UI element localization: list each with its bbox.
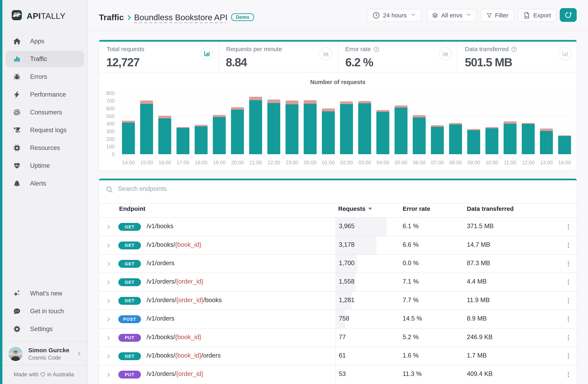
svg-text:500: 500: [106, 113, 115, 119]
svg-text:19:00: 19:00: [213, 160, 226, 165]
svg-text:17:00: 17:00: [177, 160, 189, 165]
svg-text:200: 200: [106, 136, 115, 142]
svg-text:00:00: 00:00: [304, 160, 317, 165]
svg-text:15:00: 15:00: [140, 160, 153, 165]
svg-text:Number of requests: Number of requests: [310, 79, 365, 85]
svg-text:0: 0: [112, 151, 115, 157]
svg-text:05:00: 05:00: [395, 160, 407, 165]
svg-text:600: 600: [106, 106, 115, 111]
svg-text:?: ?: [513, 48, 515, 51]
svg-text:09:00: 09:00: [467, 160, 480, 165]
svg-text:22:00: 22:00: [268, 160, 280, 165]
svg-text:20:00: 20:00: [231, 160, 244, 165]
svg-text:07:00: 07:00: [431, 160, 444, 165]
svg-text:23:00: 23:00: [286, 160, 298, 165]
svg-text:700: 700: [106, 98, 115, 104]
svg-text:13:00: 13:00: [540, 160, 553, 165]
svg-text:12:00: 12:00: [522, 160, 535, 165]
svg-text:csv: csv: [525, 16, 528, 18]
svg-text:11:00: 11:00: [504, 160, 516, 165]
svg-text:14:00: 14:00: [558, 160, 571, 165]
svg-text:?: ?: [375, 48, 378, 51]
svg-text:400: 400: [106, 121, 115, 127]
svg-text:16:00: 16:00: [159, 160, 171, 165]
svg-text:21:00: 21:00: [249, 160, 262, 165]
svg-text:14:00: 14:00: [122, 160, 135, 165]
svg-text:800: 800: [106, 90, 115, 96]
svg-text:10:00: 10:00: [486, 160, 498, 165]
svg-text:06:00: 06:00: [413, 160, 426, 165]
svg-text:18:00: 18:00: [195, 160, 208, 165]
svg-text:02:00: 02:00: [340, 160, 353, 165]
svg-text:01:00: 01:00: [322, 160, 335, 165]
svg-text:100: 100: [106, 144, 115, 149]
svg-text:03:00: 03:00: [358, 160, 371, 165]
svg-text:08:00: 08:00: [449, 160, 462, 165]
svg-text:04:00: 04:00: [377, 160, 389, 165]
svg-text:300: 300: [106, 129, 115, 134]
